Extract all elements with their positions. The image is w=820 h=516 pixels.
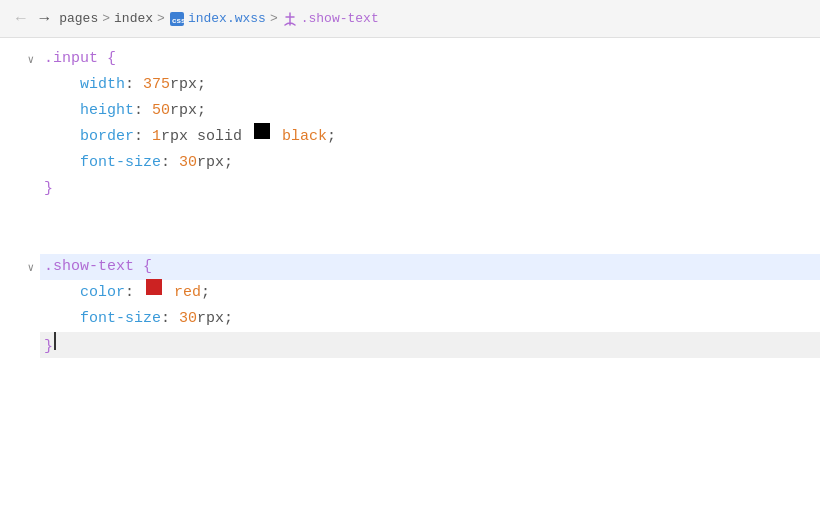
semi-width: ; bbox=[197, 72, 206, 98]
gutter-row-10 bbox=[0, 280, 40, 306]
val-border-num: 1 bbox=[152, 124, 161, 150]
val-color-red: red bbox=[165, 280, 201, 306]
gutter-row-1[interactable]: ∨ bbox=[0, 46, 40, 72]
breadcrumb: pages > index > css index.wxss > .show-t… bbox=[59, 11, 379, 27]
collapse-input-icon[interactable]: ∨ bbox=[27, 53, 34, 66]
val-border-unit: rpx bbox=[161, 124, 197, 150]
breadcrumb-pages[interactable]: pages bbox=[59, 11, 98, 26]
open-brace-input: { bbox=[107, 46, 116, 72]
semi-height: ; bbox=[197, 98, 206, 124]
css-file-icon: css bbox=[169, 11, 185, 27]
semi-color: ; bbox=[201, 280, 210, 306]
blank-line-1 bbox=[40, 202, 820, 228]
selector-showtext: .show-text bbox=[44, 254, 143, 280]
line-close-brace-input: } bbox=[40, 176, 820, 202]
breadcrumb-index[interactable]: index bbox=[114, 11, 153, 26]
breadcrumb-filename: index.wxss bbox=[188, 11, 266, 26]
close-brace-showtext: } bbox=[44, 334, 53, 360]
val-height-unit: rpx bbox=[170, 98, 197, 124]
gutter-row-9[interactable]: ∨ bbox=[0, 254, 40, 280]
breadcrumb-sep-1: > bbox=[102, 11, 110, 26]
gutter-row-11 bbox=[0, 306, 40, 332]
anchor-icon bbox=[282, 11, 298, 27]
code-lines: .input { width: 375rpx; height: 50rpx; b… bbox=[40, 38, 820, 516]
colon-fontsize-showtext: : bbox=[161, 306, 179, 332]
text-cursor bbox=[54, 332, 56, 350]
line-width[interactable]: width: 375rpx; bbox=[40, 72, 820, 98]
code-editor: ∨ ∨ .input { width: 375rpx; height: 50rp bbox=[0, 38, 820, 516]
close-brace-input: } bbox=[44, 176, 53, 202]
open-brace-showtext: { bbox=[143, 254, 152, 280]
border-color-swatch[interactable] bbox=[254, 123, 270, 139]
val-height-num: 50 bbox=[152, 98, 170, 124]
val-fontsize-showtext-num: 30 bbox=[179, 306, 197, 332]
line-close-brace-showtext: } bbox=[40, 332, 820, 358]
semi-fontsize-showtext: ; bbox=[224, 306, 233, 332]
breadcrumb-sep-3: > bbox=[270, 11, 278, 26]
gutter-row-7 bbox=[0, 202, 40, 228]
val-fontsize-input-num: 30 bbox=[179, 150, 197, 176]
gutter-row-5 bbox=[0, 150, 40, 176]
semi-fontsize-input: ; bbox=[224, 150, 233, 176]
line-gutter: ∨ ∨ bbox=[0, 38, 40, 516]
color-swatch-red[interactable] bbox=[146, 279, 162, 295]
line-height[interactable]: height: 50rpx; bbox=[40, 98, 820, 124]
svg-text:css: css bbox=[172, 16, 185, 25]
semi-border: ; bbox=[327, 124, 336, 150]
val-border-color: black bbox=[273, 124, 327, 150]
gutter-row-4 bbox=[0, 124, 40, 150]
gutter-row-6 bbox=[0, 176, 40, 202]
colon-height: : bbox=[134, 98, 152, 124]
gutter-row-3 bbox=[0, 98, 40, 124]
colon-fontsize-input: : bbox=[161, 150, 179, 176]
val-fontsize-showtext-unit: rpx bbox=[197, 306, 224, 332]
val-width-unit: rpx bbox=[170, 72, 197, 98]
breadcrumb-file[interactable]: css index.wxss bbox=[169, 11, 266, 27]
val-border-solid: solid bbox=[197, 124, 251, 150]
line-color[interactable]: color: red; bbox=[40, 280, 820, 306]
line-border[interactable]: border: 1rpx solid black; bbox=[40, 124, 820, 150]
prop-width: width bbox=[44, 72, 125, 98]
gutter-row-8 bbox=[0, 228, 40, 254]
prop-color: color bbox=[44, 280, 125, 306]
colon-color: : bbox=[125, 280, 143, 306]
prop-fontsize-showtext: font-size bbox=[44, 306, 161, 332]
line-fontsize-input[interactable]: font-size: 30rpx; bbox=[40, 150, 820, 176]
gutter-row-2 bbox=[0, 72, 40, 98]
collapse-showtext-icon[interactable]: ∨ bbox=[27, 261, 34, 274]
colon-border: : bbox=[134, 124, 152, 150]
forward-button[interactable]: → bbox=[36, 8, 54, 30]
nav-bar: ← → pages > index > css index.wxss > .sh… bbox=[0, 0, 820, 38]
selector-input: .input bbox=[44, 46, 107, 72]
line-showtext-selector[interactable]: .show-text { bbox=[40, 254, 820, 280]
colon-width: : bbox=[125, 72, 143, 98]
breadcrumb-anchor[interactable]: .show-text bbox=[282, 11, 379, 27]
prop-border: border bbox=[44, 124, 134, 150]
line-fontsize-showtext[interactable]: font-size: 30rpx; bbox=[40, 306, 820, 332]
val-width-num: 375 bbox=[143, 72, 170, 98]
back-button[interactable]: ← bbox=[12, 8, 30, 30]
breadcrumb-sep-2: > bbox=[157, 11, 165, 26]
prop-fontsize-input: font-size bbox=[44, 150, 161, 176]
prop-height: height bbox=[44, 98, 134, 124]
breadcrumb-selector: .show-text bbox=[301, 11, 379, 26]
blank-line-2 bbox=[40, 228, 820, 254]
gutter-row-12 bbox=[0, 332, 40, 358]
line-input-selector[interactable]: .input { bbox=[40, 46, 820, 72]
val-fontsize-input-unit: rpx bbox=[197, 150, 224, 176]
